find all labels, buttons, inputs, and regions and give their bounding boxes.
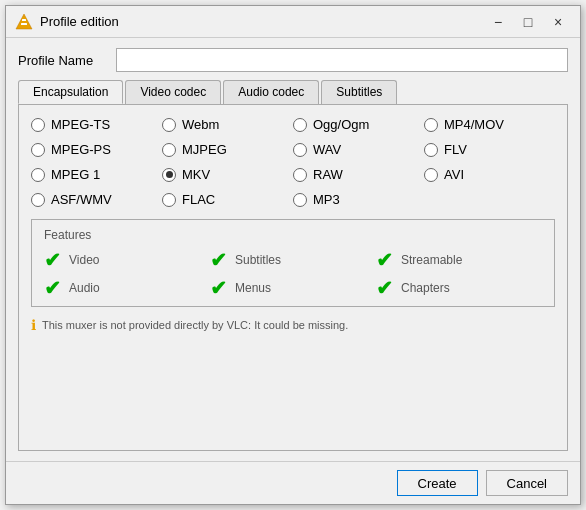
radio-mpeg1[interactable]: MPEG 1 (31, 167, 162, 182)
create-button[interactable]: Create (397, 470, 478, 496)
radio-label-mpeg1: MPEG 1 (51, 167, 100, 182)
radio-circle-mpeg-ps (31, 143, 45, 157)
features-box: Features ✔ Video ✔ Subtitles ✔ Streamabl… (31, 219, 555, 307)
profile-name-label: Profile Name (18, 53, 108, 68)
radio-label-mpeg-ps: MPEG-PS (51, 142, 111, 157)
radio-circle-mpeg1 (31, 168, 45, 182)
svg-rect-1 (21, 23, 27, 25)
tab-content-encapsulation: MPEG-TS Webm Ogg/Ogm MP4/MOV MPEG-P (18, 104, 568, 451)
feature-label-chapters: Chapters (401, 281, 450, 295)
radio-label-mp4-mov: MP4/MOV (444, 117, 504, 132)
main-content: Profile Name Encapsulation Video codec A… (6, 38, 580, 461)
radio-mpeg-ts[interactable]: MPEG-TS (31, 117, 162, 132)
feature-audio: ✔ Audio (44, 278, 210, 298)
radio-raw[interactable]: RAW (293, 167, 424, 182)
radio-mjpeg[interactable]: MJPEG (162, 142, 293, 157)
features-grid: ✔ Video ✔ Subtitles ✔ Streamable ✔ Audio (44, 250, 542, 298)
warning-icon: ℹ (31, 317, 36, 333)
profile-name-row: Profile Name (18, 48, 568, 72)
radio-label-flac: FLAC (182, 192, 215, 207)
feature-label-audio: Audio (69, 281, 100, 295)
warning-text: This muxer is not provided directly by V… (42, 319, 348, 331)
tab-audio-codec[interactable]: Audio codec (223, 80, 319, 104)
feature-chapters: ✔ Chapters (376, 278, 542, 298)
radio-label-mpeg-ts: MPEG-TS (51, 117, 110, 132)
feature-label-video: Video (69, 253, 99, 267)
radio-avi[interactable]: AVI (424, 167, 555, 182)
radio-circle-ogg-ogm (293, 118, 307, 132)
radio-label-raw: RAW (313, 167, 343, 182)
titlebar: Profile edition − □ × (6, 6, 580, 38)
feature-label-subtitles: Subtitles (235, 253, 281, 267)
radio-circle-mjpeg (162, 143, 176, 157)
radio-flac[interactable]: FLAC (162, 192, 293, 207)
radio-webm[interactable]: Webm (162, 117, 293, 132)
tab-subtitles[interactable]: Subtitles (321, 80, 397, 104)
svg-rect-2 (22, 19, 26, 21)
radio-circle-mkv (162, 168, 176, 182)
radio-placeholder (424, 192, 555, 207)
radio-circle-mp3 (293, 193, 307, 207)
check-icon-menus: ✔ (210, 278, 227, 298)
radio-label-wav: WAV (313, 142, 341, 157)
radio-circle-mp4-mov (424, 118, 438, 132)
radio-mkv[interactable]: MKV (162, 167, 293, 182)
feature-video: ✔ Video (44, 250, 210, 270)
window-controls: − □ × (484, 11, 572, 33)
feature-streamable: ✔ Streamable (376, 250, 542, 270)
radio-ogg-ogm[interactable]: Ogg/Ogm (293, 117, 424, 132)
radio-wav[interactable]: WAV (293, 142, 424, 157)
features-title: Features (44, 228, 542, 242)
radio-flv[interactable]: FLV (424, 142, 555, 157)
tab-video-codec[interactable]: Video codec (125, 80, 221, 104)
radio-circle-mpeg-ts (31, 118, 45, 132)
check-icon-audio: ✔ (44, 278, 61, 298)
bottom-bar: Create Cancel (6, 461, 580, 504)
radio-mp3[interactable]: MP3 (293, 192, 424, 207)
feature-subtitles: ✔ Subtitles (210, 250, 376, 270)
radio-label-flv: FLV (444, 142, 467, 157)
radio-label-avi: AVI (444, 167, 464, 182)
radio-label-mjpeg: MJPEG (182, 142, 227, 157)
tabs-container: Encapsulation Video codec Audio codec Su… (18, 80, 568, 104)
radio-label-asf-wmv: ASF/WMV (51, 192, 112, 207)
main-window: Profile edition − □ × Profile Name Encap… (5, 5, 581, 505)
check-icon-subtitles: ✔ (210, 250, 227, 270)
feature-label-menus: Menus (235, 281, 271, 295)
feature-label-streamable: Streamable (401, 253, 462, 267)
feature-menus: ✔ Menus (210, 278, 376, 298)
window-title: Profile edition (40, 14, 484, 29)
radio-label-mp3: MP3 (313, 192, 340, 207)
minimize-button[interactable]: − (484, 11, 512, 33)
radio-circle-webm (162, 118, 176, 132)
radio-asf-wmv[interactable]: ASF/WMV (31, 192, 162, 207)
radio-circle-flac (162, 193, 176, 207)
check-icon-streamable: ✔ (376, 250, 393, 270)
radio-label-ogg-ogm: Ogg/Ogm (313, 117, 369, 132)
vlc-icon (14, 12, 34, 32)
tab-encapsulation[interactable]: Encapsulation (18, 80, 123, 104)
radio-mp4-mov[interactable]: MP4/MOV (424, 117, 555, 132)
radio-circle-raw (293, 168, 307, 182)
radio-circle-avi (424, 168, 438, 182)
check-icon-chapters: ✔ (376, 278, 393, 298)
maximize-button[interactable]: □ (514, 11, 542, 33)
check-icon-video: ✔ (44, 250, 61, 270)
svg-marker-0 (16, 14, 32, 29)
radio-circle-wav (293, 143, 307, 157)
encapsulation-options: MPEG-TS Webm Ogg/Ogm MP4/MOV MPEG-P (31, 117, 555, 207)
radio-label-mkv: MKV (182, 167, 210, 182)
close-button[interactable]: × (544, 11, 572, 33)
warning-row: ℹ This muxer is not provided directly by… (31, 317, 555, 333)
radio-mpeg-ps[interactable]: MPEG-PS (31, 142, 162, 157)
radio-label-webm: Webm (182, 117, 219, 132)
profile-name-input[interactable] (116, 48, 568, 72)
cancel-button[interactable]: Cancel (486, 470, 568, 496)
radio-circle-flv (424, 143, 438, 157)
radio-circle-asf-wmv (31, 193, 45, 207)
